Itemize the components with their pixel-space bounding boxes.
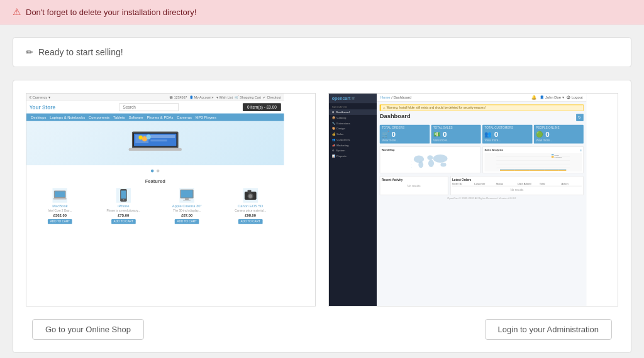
ready-card: ✏ Ready to start selling! <box>13 37 631 67</box>
product-cinema-add[interactable]: ADD TO CART <box>175 219 199 224</box>
nav-tablets[interactable]: Tablets <box>112 114 126 120</box>
nav-cameras[interactable]: Cameras <box>175 114 193 120</box>
svg-rect-14 <box>121 190 126 198</box>
nav-laptops[interactable]: Laptops & Notebooks <box>48 114 87 120</box>
chart-svg: Orders Customers <box>484 153 581 171</box>
recent-activity-empty: No results <box>382 183 447 190</box>
admin-topbar-right: 🔔 👤 John Doe ▾ ⏻ Logout <box>531 95 582 100</box>
stat-orders-value: 0 <box>391 131 396 139</box>
latest-orders-title: Latest Orders <box>452 178 582 182</box>
logout-button[interactable]: ⏻ Logout <box>567 95 582 99</box>
svg-point-29 <box>440 163 446 167</box>
orders-table-header: Order ID Customer Status Date Added Tota… <box>452 183 582 187</box>
refresh-button[interactable]: ↻ <box>576 114 584 121</box>
product-cinema-desc: The 30-inch display... <box>157 209 218 213</box>
nav-mp3[interactable]: MP3 Players <box>194 114 218 120</box>
admin-bottom-panels: World Map <box>380 146 584 173</box>
sidebar-item-catalog[interactable]: 📦 Catalog <box>329 115 377 121</box>
go-to-shop-button[interactable]: Go to your Online Shop <box>32 319 144 340</box>
sidebar-item-system[interactable]: ⚙ System <box>329 148 377 154</box>
warning-icon: ⚠ <box>383 106 386 109</box>
store-hero <box>26 121 284 165</box>
sidebar-item-reports[interactable]: 📊 Reports <box>329 153 377 159</box>
login-admin-button[interactable]: Login to your Administration <box>485 319 612 340</box>
shopping-cart-link: 🛒 Shopping Cart <box>235 95 261 99</box>
store-featured-label: Featured <box>26 176 284 186</box>
store-logo: Your Store <box>30 104 55 110</box>
stat-sales-label: TOTAL SALES <box>433 126 479 129</box>
product-canon-add[interactable]: ADD TO CART <box>238 219 262 224</box>
product-cinema-price: £87.00 <box>157 213 218 217</box>
stat-online-sub: View more... <box>536 139 581 142</box>
design-icon: 🎨 <box>332 127 335 130</box>
svg-rect-5 <box>150 135 175 138</box>
nav-phones[interactable]: Phones & PDAs <box>145 114 175 120</box>
orders-empty: No results <box>452 187 582 193</box>
svg-rect-6 <box>150 139 167 141</box>
svg-rect-23 <box>247 190 251 193</box>
admin-preview-frame: opencart 🛒 NAVIGATION ⊞ Dashboard <box>328 93 618 306</box>
product-macbook-price: £302.00 <box>30 213 91 217</box>
chart-options[interactable]: ≡ <box>580 148 582 152</box>
store-cart-button[interactable]: 0 item(s) - £0.00 <box>243 103 281 111</box>
catalog-icon: 📦 <box>332 116 335 119</box>
stat-total-customers: TOTAL CUSTOMERS 👥 0 View more... <box>482 125 532 144</box>
stat-total-sales: TOTAL SALES 💵 0 View more... <box>431 125 480 144</box>
preview-container: € Currency ▾ ☎ 1234567 👤 My Account ▾ ♥ … <box>13 80 631 353</box>
pencil-icon: ✏ <box>26 47 33 57</box>
nav-software[interactable]: Software <box>127 114 145 120</box>
extensions-icon: 🔧 <box>332 121 335 124</box>
stat-sales-sub: View more... <box>433 139 479 142</box>
product-macbook-desc: Intel Core 2 Duo... <box>30 209 91 213</box>
svg-rect-39 <box>552 156 554 158</box>
system-icon: ⚙ <box>332 149 335 152</box>
product-iphone-add[interactable]: ADD TO CART <box>111 219 135 224</box>
product-canon: Canon EOS 5D Camera price material... £9… <box>219 188 280 224</box>
store-products: MacBook Intel Core 2 Duo... £302.00 ADD … <box>26 186 284 226</box>
store-search-input[interactable] <box>119 103 179 111</box>
bottom-tables: Recent Activity No results Latest Orders… <box>380 176 584 195</box>
product-iphone-desc: Phone is a revolutionary... <box>93 209 154 213</box>
svg-point-32 <box>411 167 412 168</box>
store-preview-scaled: € Currency ▾ ☎ 1234567 👤 My Account ▾ ♥ … <box>26 94 284 226</box>
sidebar-item-sales[interactable]: 💰 Sales <box>329 131 377 137</box>
preview-buttons: Go to your Online Shop Login to your Adm… <box>26 319 618 340</box>
stat-sales-value: 0 <box>443 131 447 139</box>
sidebar-item-extensions[interactable]: 🔧 Extensions <box>329 121 377 126</box>
main-content: ✏ Ready to start selling! € Currency ▾ ☎… <box>0 24 644 358</box>
svg-point-9 <box>147 134 151 139</box>
currency-selector: € Currency ▾ <box>30 95 50 99</box>
nav-desktops[interactable]: Desktops <box>30 114 48 120</box>
admin-preview-scaled: opencart 🛒 NAVIGATION ⊞ Dashboard <box>329 94 587 306</box>
admin-page-title: Dashboard <box>380 113 411 120</box>
svg-text:Orders: Orders <box>555 155 560 156</box>
product-macbook-add[interactable]: ADD TO CART <box>48 219 72 224</box>
admin-sidebar: opencart 🛒 NAVIGATION ⊞ Dashboard <box>329 94 377 306</box>
svg-point-28 <box>433 155 448 163</box>
product-iphone-price: £75.00 <box>93 213 154 217</box>
svg-rect-18 <box>185 198 189 200</box>
sidebar-item-design[interactable]: 🎨 Design <box>329 126 377 131</box>
svg-point-31 <box>411 164 412 165</box>
col-customer: Customer <box>474 183 494 185</box>
col-order-id: Order ID <box>452 183 472 185</box>
product-cinema-name: Apple Cinema 30" <box>157 204 218 208</box>
store-nav: Desktops Laptops & Notebooks Components … <box>26 114 284 121</box>
nav-components[interactable]: Components <box>87 114 111 120</box>
admin-breadcrumb: Home / Dashboard <box>380 95 411 99</box>
product-canon-price: £98.00 <box>219 213 280 217</box>
notification-icon[interactable]: 🔔 <box>531 95 536 100</box>
svg-point-24 <box>414 156 424 163</box>
store-topbar-right: ☎ 1234567 👤 My Account ▾ ♥ Wish List 🛒 S… <box>169 95 281 99</box>
world-map-svg <box>382 152 479 170</box>
checkout-link: ✔ Checkout <box>263 95 280 99</box>
admin-user-menu[interactable]: 👤 John Doe ▾ <box>540 95 564 99</box>
sidebar-item-marketing[interactable]: 📣 Marketing <box>329 143 377 148</box>
col-status: Status <box>496 183 516 185</box>
sidebar-item-customers[interactable]: 👥 Customers <box>329 137 377 143</box>
product-cinema: Apple Cinema 30" The 30-inch display... … <box>157 188 218 224</box>
store-topbar-left: € Currency ▾ <box>30 95 50 99</box>
product-iphone-name: iPhone <box>93 204 154 208</box>
svg-point-22 <box>248 194 252 198</box>
sidebar-item-dashboard[interactable]: ⊞ Dashboard <box>329 109 377 115</box>
